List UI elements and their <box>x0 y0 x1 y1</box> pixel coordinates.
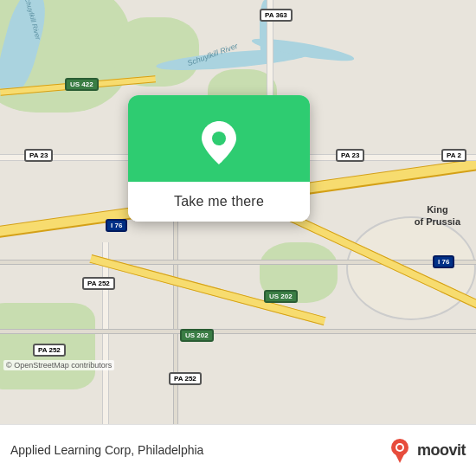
svg-point-4 <box>397 445 402 450</box>
shield-pa252-w: PA 252 <box>82 277 115 290</box>
shield-pa2: PA 2 <box>441 149 466 162</box>
shield-pa23-w: PA 23 <box>24 149 53 162</box>
popup-card: Take me there <box>128 95 310 222</box>
shield-i76-w: I 76 <box>106 219 127 232</box>
shield-pa252-s: PA 252 <box>169 372 202 385</box>
park-area-2 <box>113 17 199 87</box>
moovit-text: moovit <box>417 441 466 460</box>
road-horizontal-2 <box>0 329 476 334</box>
moovit-logo: moovit <box>386 437 466 465</box>
take-me-there-button[interactable]: Take me there <box>128 182 310 222</box>
shield-us202-1: US 202 <box>264 290 298 303</box>
shield-pa23-e: PA 23 <box>336 149 364 162</box>
bottom-bar: Applied Learning Corp, Philadelphia moov… <box>0 424 476 476</box>
location-info: Applied Learning Corp, Philadelphia <box>10 442 203 460</box>
svg-point-0 <box>212 132 226 145</box>
shield-us202-2: US 202 <box>180 329 214 342</box>
shield-us422: US 422 <box>65 78 99 91</box>
shield-i76-e: I 76 <box>433 255 454 268</box>
shield-pa363: PA 363 <box>260 9 293 22</box>
location-name: Applied Learning Corp, Philadelphia <box>10 443 203 457</box>
map-container: Schuylkill River Schuylkill River US 422… <box>0 0 476 424</box>
osm-attribution: © OpenStreetMap contributors <box>3 360 114 370</box>
shield-pa252-sw: PA 252 <box>33 344 66 357</box>
svg-marker-2 <box>395 453 405 463</box>
road-horizontal-1 <box>0 260 476 265</box>
king-of-prussia-label: Kingof Prussia <box>415 203 460 228</box>
location-pin <box>202 121 236 156</box>
moovit-icon <box>386 437 414 465</box>
popup-header <box>128 95 310 182</box>
